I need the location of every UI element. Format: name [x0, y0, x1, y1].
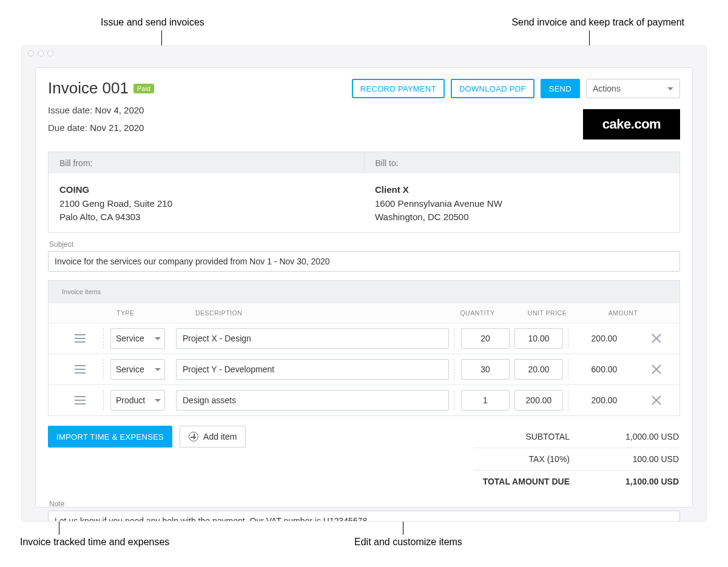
item-type-value: Product [116, 395, 145, 405]
bill-to-line2: Washington, DC 20500 [375, 210, 669, 224]
delete-item-icon[interactable] [650, 394, 662, 406]
item-quantity-input[interactable] [461, 390, 510, 411]
bill-to-heading: Bill to: [365, 152, 680, 173]
bill-body: COING 2100 Geng Road, Suite 210 Palo Alt… [48, 173, 680, 233]
col-description: DESCRIPTION [195, 309, 438, 317]
issue-date-label: Issue date: [48, 105, 92, 115]
bill-to-line1: 1600 Pennsylvania Avenue NW [375, 197, 669, 210]
bill-to-name: Client X [375, 184, 669, 195]
subtotal-label: SUBTOTAL [475, 432, 570, 441]
invoice-panel: Invoice 001 Paid Issue date: Nov 4, 2020… [35, 67, 693, 508]
company-logo: cake.com [583, 109, 680, 139]
total-due-value: 1,100.00 USD [594, 477, 679, 486]
actions-dropdown[interactable]: Actions [586, 79, 680, 98]
status-badge: Paid [133, 84, 154, 93]
header-row: Invoice 001 Paid Issue date: Nov 4, 2020… [48, 79, 680, 139]
delete-item-icon[interactable] [650, 363, 662, 375]
item-type-dropdown[interactable]: Service [110, 328, 165, 349]
annotation-send-track: Send invoice and keep track of payment [511, 17, 684, 28]
total-due-label: TOTAL AMOUNT DUE [475, 477, 570, 486]
subtotal-value: 1,000.00 USD [594, 432, 679, 441]
annotation-issue-send: Issue and send invoices [101, 17, 204, 28]
col-quantity: QUANTITY [450, 309, 505, 317]
column-separator [103, 390, 104, 411]
bill-from-line1: 2100 Geng Road, Suite 210 [59, 197, 353, 210]
items-header-row: TYPE DESCRIPTION QUANTITY UNIT PRICE AMO… [49, 303, 679, 323]
add-item-label: Add item [203, 432, 237, 441]
note-input[interactable] [48, 511, 680, 522]
column-separator [103, 359, 104, 380]
column-separator [103, 328, 104, 349]
add-item-button[interactable]: Add item [180, 426, 246, 448]
column-separator [454, 328, 454, 349]
bill-from-name: COING [59, 184, 353, 195]
drag-handle-icon[interactable] [75, 365, 86, 374]
item-quantity-input[interactable] [461, 359, 510, 380]
chevron-down-icon [667, 87, 673, 90]
col-type: TYPE [116, 309, 183, 317]
col-amount: AMOUNT [590, 309, 656, 317]
chevron-down-icon [155, 368, 161, 371]
drag-handle-icon[interactable] [75, 396, 86, 404]
below-items: IMPORT TIME & EXPENSES Add item SUBTOTAL… [48, 426, 680, 492]
item-row: Service 200.00 [49, 323, 679, 354]
item-unit-price-input[interactable] [514, 359, 563, 380]
import-time-expenses-button[interactable]: IMPORT TIME & EXPENSES [48, 426, 172, 448]
note-label: Note [49, 500, 680, 508]
items-section-label: Invoice items [49, 281, 679, 303]
column-separator [454, 390, 454, 411]
tax-value: 100.00 USD [594, 454, 679, 464]
bill-from-line2: Palo Alto, CA 94303 [59, 210, 353, 224]
item-type-value: Service [116, 364, 144, 374]
send-button[interactable]: SEND [541, 79, 580, 98]
due-date-value: Nov 21, 2020 [90, 122, 144, 133]
item-amount: 200.00 [575, 395, 633, 405]
item-type-dropdown[interactable]: Product [110, 390, 165, 411]
actions-dropdown-label: Actions [593, 84, 621, 93]
download-pdf-button[interactable]: DOWNLOAD PDF [451, 79, 534, 98]
record-payment-button[interactable]: RECORD PAYMENT [352, 79, 445, 98]
subject-input[interactable] [48, 251, 680, 272]
tax-label: TAX (10%) [475, 454, 570, 464]
item-unit-price-input[interactable] [514, 328, 563, 349]
window-controls [22, 46, 706, 61]
item-row: Service 600.00 [49, 354, 679, 384]
chevron-down-icon [155, 337, 161, 340]
app-window: Invoice 001 Paid Issue date: Nov 4, 2020… [21, 45, 707, 522]
chevron-down-icon [155, 399, 161, 402]
column-separator [568, 390, 568, 411]
invoice-title: Invoice 001 [48, 79, 129, 98]
column-separator [454, 359, 454, 380]
annotation-tracked-time: Invoice tracked time and expenses [20, 537, 169, 548]
company-logo-text: cake.com [602, 116, 661, 132]
plus-circle-icon [189, 432, 198, 441]
bill-header: Bill from: Bill to: [48, 152, 680, 173]
bill-from-heading: Bill from: [49, 152, 365, 173]
subject-label: Subject [49, 240, 680, 249]
window-dot [28, 50, 34, 56]
item-amount: 200.00 [575, 334, 633, 343]
col-unit-price: UNIT PRICE [517, 309, 578, 317]
item-description-input[interactable] [176, 390, 449, 411]
items-block: Invoice items TYPE DESCRIPTION QUANTITY … [48, 280, 680, 416]
item-description-input[interactable] [176, 328, 449, 349]
delete-item-icon[interactable] [650, 332, 662, 344]
column-separator [568, 328, 568, 349]
annotation-edit-items: Edit and customize items [354, 537, 462, 548]
item-quantity-input[interactable] [461, 328, 510, 349]
item-type-value: Service [116, 334, 144, 343]
issue-date-value: Nov 4, 2020 [95, 105, 144, 115]
column-separator [568, 359, 568, 380]
due-date-label: Due date: [48, 122, 87, 133]
window-dot [47, 50, 53, 56]
drag-handle-icon[interactable] [75, 334, 86, 343]
item-description-input[interactable] [176, 359, 449, 380]
window-dot [38, 50, 44, 56]
totals-block: SUBTOTAL 1,000.00 USD TAX (10%) 100.00 U… [474, 426, 680, 492]
item-row: Product 200.00 [49, 384, 679, 415]
item-amount: 600.00 [575, 364, 633, 374]
item-type-dropdown[interactable]: Service [110, 359, 165, 380]
item-unit-price-input[interactable] [514, 390, 563, 411]
